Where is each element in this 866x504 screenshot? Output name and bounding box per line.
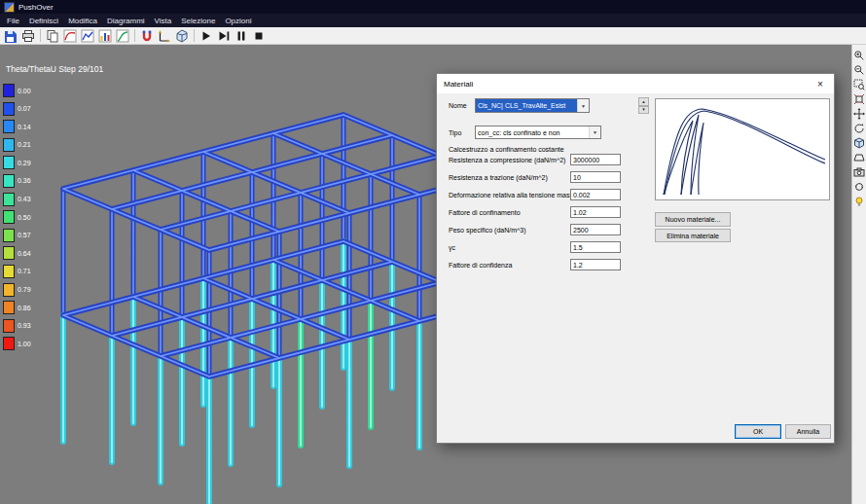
material-type-select[interactable]: con_cc: cls confinato e non ▼ (475, 126, 601, 139)
legend-value: 0.43 (18, 196, 31, 202)
app-window: PushOver File Definisci Modifica Diagram… (0, 0, 866, 504)
window-title: PushOver (18, 3, 54, 12)
legend-item: 0.07 (3, 102, 31, 116)
legend-swatch (3, 174, 15, 188)
deformazione-label: Deformazione relativa alla tensione mass… (449, 192, 584, 198)
peso-specifico-input[interactable] (570, 224, 621, 235)
legend-swatch (3, 265, 15, 278)
legend-swatch (3, 337, 15, 350)
legend-swatch (3, 283, 15, 297)
gamma-c-input[interactable] (570, 241, 621, 253)
copy-image-icon[interactable] (45, 28, 60, 43)
spinner-down-icon[interactable]: ▼ (638, 106, 649, 115)
stop-icon[interactable] (251, 28, 267, 43)
view-cube-icon[interactable] (174, 28, 190, 43)
fattore-confidenza-input[interactable] (570, 259, 621, 270)
legend-swatch (3, 210, 15, 224)
gamma-c-label: γc (449, 244, 455, 251)
pause-icon[interactable] (234, 28, 249, 43)
material-name-select[interactable]: Cls_NC| CLS_TravAlte_Esist ▼ (475, 98, 590, 113)
legend-swatch (3, 319, 15, 333)
menu-item-diagrammi[interactable]: Diagrammi (102, 17, 150, 25)
legend-value: 0.86 (18, 305, 31, 311)
menu-item-file[interactable]: File (2, 17, 24, 25)
zoom-in-icon[interactable] (853, 48, 865, 59)
bar-chart-icon[interactable] (97, 28, 113, 43)
delete-material-button[interactable]: Elimina materiale (655, 229, 731, 242)
material-type-value: con_cc: cls confinato e non (476, 126, 589, 138)
legend-item: 1.00 (3, 337, 31, 350)
legend-swatch (3, 84, 15, 97)
step-forward-icon[interactable] (216, 28, 232, 43)
legend-item: 0.21 (3, 138, 31, 152)
axes-icon[interactable] (157, 28, 172, 43)
ok-button[interactable]: OK (735, 424, 781, 439)
save-icon[interactable] (3, 28, 18, 43)
capacity-curve-icon[interactable] (62, 28, 78, 43)
right-toolbar (851, 45, 866, 504)
stress-strain-curves (656, 99, 829, 199)
tipo-label: Tipo (449, 129, 461, 136)
legend-swatch (3, 138, 15, 152)
menu-item-modifica[interactable]: Modifica (63, 17, 102, 25)
orbit-icon[interactable] (853, 121, 865, 132)
camera-icon[interactable] (853, 164, 865, 176)
legend-value: 0.79 (18, 286, 31, 293)
fattore-confidenza-label: Fattore di confidenza (449, 262, 512, 269)
legend-item: 0.36 (3, 174, 31, 188)
zoom-extents-icon[interactable] (853, 91, 865, 103)
close-icon[interactable]: × (807, 74, 834, 93)
legend-swatch (3, 120, 15, 133)
legend-value: 0.71 (18, 268, 31, 274)
spinner-up-icon[interactable]: ▲ (638, 97, 649, 106)
step-status-label: Theta/ThetaU Step 29/101 (6, 64, 103, 74)
legend-value: 0.93 (18, 322, 31, 329)
legend-item: 0.14 (3, 120, 31, 133)
legend-item: 0.50 (3, 210, 31, 224)
legend-item: 0.57 (3, 229, 31, 242)
fattore-confinamento-input[interactable] (570, 206, 621, 218)
redraw-icon[interactable] (853, 179, 865, 191)
resistenza-compressione-input[interactable] (570, 154, 621, 165)
legend-swatch (3, 246, 15, 260)
dialog-title: Materiali (444, 80, 473, 89)
group-label: Calcestruzzo a confinamento costante (449, 146, 564, 153)
menu-item-selezione[interactable]: Selezione (176, 17, 220, 25)
legend-value: 0.21 (18, 141, 31, 148)
print-icon[interactable] (20, 28, 36, 43)
deformed-shape-icon[interactable] (115, 28, 130, 43)
toolbar-separator (194, 29, 195, 42)
menu-item-vista[interactable]: Vista (150, 17, 177, 25)
displacement-plot-icon[interactable] (80, 28, 95, 43)
legend-item: 0.93 (3, 319, 31, 333)
zoom-window-icon[interactable] (853, 77, 865, 89)
material-curve-chart (655, 98, 830, 200)
toolbar-separator (40, 29, 41, 42)
cancel-button[interactable]: Annulla (785, 424, 831, 439)
story1-columns (63, 241, 489, 503)
menu-item-opzioni[interactable]: Opzioni (220, 17, 256, 25)
play-icon[interactable] (198, 28, 214, 43)
resistenza-compressione-label: Resistenza a compressione (daN/m^2) (449, 157, 565, 163)
resistenza-trazione-input[interactable] (570, 171, 621, 183)
legend-item: 0.64 (3, 246, 31, 260)
deformazione-input[interactable] (570, 189, 621, 200)
legend-value: 0.50 (18, 214, 31, 221)
legend-item: 0.43 (3, 193, 31, 206)
legend-item: 0.71 (3, 265, 31, 278)
material-stepper[interactable]: ▲ ▼ (638, 97, 649, 114)
magnet-icon[interactable] (139, 28, 155, 43)
legend: 0.00 0.07 0.14 0.21 0.29 0.36 0.43 0.50 … (3, 84, 31, 355)
title-bar[interactable]: PushOver (0, 0, 866, 14)
view-cube-icon[interactable] (853, 135, 865, 147)
pan-icon[interactable] (853, 106, 865, 118)
material-name-value: Cls_NC| CLS_TravAlte_Esist (476, 99, 577, 112)
new-material-button[interactable]: Nuovo materiale... (655, 212, 731, 227)
menu-item-definisci[interactable]: Definisci (24, 17, 63, 25)
nome-label: Nome (449, 102, 467, 109)
light-icon[interactable] (853, 194, 865, 205)
dialog-titlebar[interactable]: Materiali × (437, 74, 834, 93)
legend-item: 0.86 (3, 301, 31, 314)
perspective-icon[interactable] (853, 150, 865, 162)
zoom-out-icon[interactable] (853, 62, 865, 74)
